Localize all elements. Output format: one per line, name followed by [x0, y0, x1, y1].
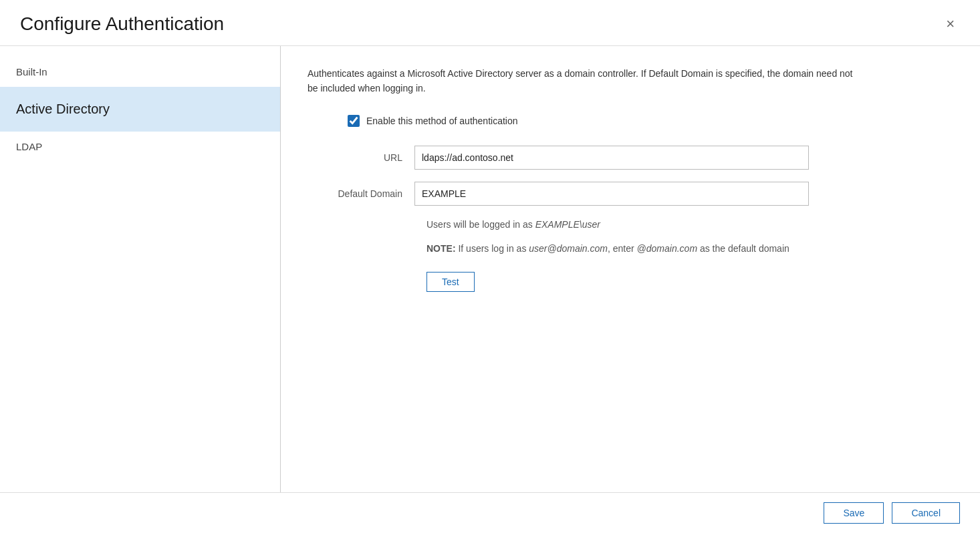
- default-domain-input[interactable]: [414, 182, 809, 206]
- sidebar-item-active-directory[interactable]: Active Directory: [0, 87, 280, 132]
- enable-row: Enable this method of authentication: [348, 115, 953, 127]
- url-row: URL: [308, 146, 953, 170]
- url-input[interactable]: [414, 146, 809, 170]
- dialog-footer: Save Cancel: [0, 492, 980, 533]
- configure-authentication-dialog: Configure Authentication × Built-In Acti…: [0, 0, 980, 533]
- default-domain-row: Default Domain: [308, 182, 953, 206]
- default-domain-label: Default Domain: [308, 188, 414, 199]
- helper-text: Users will be logged in as EXAMPLE\user: [426, 218, 953, 232]
- save-button[interactable]: Save: [824, 502, 884, 524]
- sidebar-item-ldap[interactable]: LDAP: [0, 132, 280, 162]
- enable-checkbox[interactable]: [348, 115, 360, 127]
- dialog-header: Configure Authentication ×: [0, 0, 980, 46]
- cancel-button[interactable]: Cancel: [892, 502, 960, 524]
- close-button[interactable]: ×: [941, 14, 960, 34]
- enable-checkbox-label[interactable]: Enable this method of authentication: [366, 116, 518, 126]
- content-area: Authenticates against a Microsoft Active…: [281, 46, 980, 492]
- helper-note: NOTE: If users log in as user@domain.com…: [426, 241, 841, 256]
- sidebar-item-built-in[interactable]: Built-In: [0, 57, 280, 87]
- dialog-title: Configure Authentication: [20, 13, 224, 35]
- test-button[interactable]: Test: [426, 272, 475, 292]
- dialog-body: Built-In Active Directory LDAP Authentic…: [0, 46, 980, 492]
- sidebar: Built-In Active Directory LDAP: [0, 46, 281, 492]
- helper-section: Users will be logged in as EXAMPLE\user …: [426, 218, 953, 256]
- url-label: URL: [308, 152, 414, 163]
- description-text: Authenticates against a Microsoft Active…: [308, 66, 856, 96]
